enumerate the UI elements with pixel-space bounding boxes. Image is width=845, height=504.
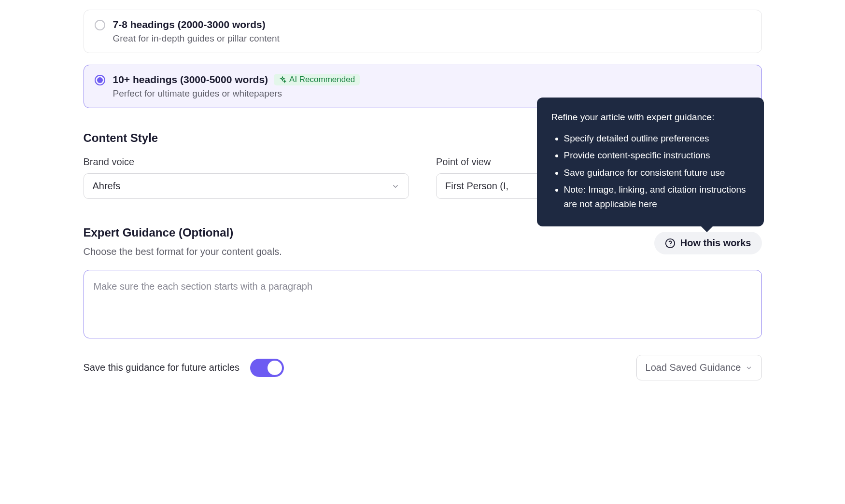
chevron-down-icon — [745, 364, 753, 372]
radio-circle-icon — [95, 20, 105, 30]
radio-desc: Great for in-depth guides or pillar cont… — [113, 33, 751, 44]
tooltip-title: Refine your article with expert guidance… — [551, 110, 749, 124]
radio-content: 7-8 headings (2000-3000 words) Great for… — [113, 19, 751, 44]
expert-guidance-sub: Choose the best format for your content … — [84, 246, 654, 257]
brand-voice-value: Ahrefs — [93, 181, 121, 192]
ai-recommended-badge: AI Recommended — [274, 74, 360, 85]
svg-point-0 — [666, 238, 675, 247]
load-saved-guidance-button[interactable]: Load Saved Guidance — [636, 355, 762, 380]
radio-option-7-8-headings[interactable]: 7-8 headings (2000-3000 words) Great for… — [84, 10, 762, 53]
pov-value: First Person (I, — [445, 181, 508, 192]
radio-title: 10+ headings (3000-5000 words) — [113, 74, 268, 85]
sparkle-icon — [279, 76, 286, 84]
radio-content: 10+ headings (3000-5000 words) AI Recomm… — [113, 74, 751, 99]
help-circle-icon — [665, 238, 676, 249]
chevron-down-icon — [391, 182, 400, 191]
brand-voice-select[interactable]: Ahrefs — [84, 173, 409, 199]
tooltip-item: Provide content-specific instructions — [564, 148, 749, 162]
save-guidance-toggle[interactable] — [250, 359, 284, 377]
expert-guidance-input[interactable] — [84, 270, 762, 338]
how-this-works-button[interactable]: How this works — [654, 232, 762, 254]
expert-guidance-heading: Expert Guidance (Optional) — [84, 226, 654, 239]
radio-circle-icon — [95, 75, 105, 85]
how-this-works-label: How this works — [680, 238, 751, 249]
ai-badge-label: AI Recommended — [289, 75, 355, 84]
tooltip-item: Note: Image, linking, and citation instr… — [564, 182, 749, 211]
brand-voice-label: Brand voice — [84, 156, 409, 168]
save-guidance-label: Save this guidance for future articles — [84, 362, 240, 373]
how-this-works-tooltip: Refine your article with expert guidance… — [537, 98, 764, 226]
tooltip-item: Specify detailed outline preferences — [564, 131, 749, 145]
load-saved-guidance-label: Load Saved Guidance — [646, 362, 741, 373]
radio-title: 7-8 headings (2000-3000 words) — [113, 19, 266, 30]
tooltip-item: Save guidance for consistent future use — [564, 166, 749, 180]
